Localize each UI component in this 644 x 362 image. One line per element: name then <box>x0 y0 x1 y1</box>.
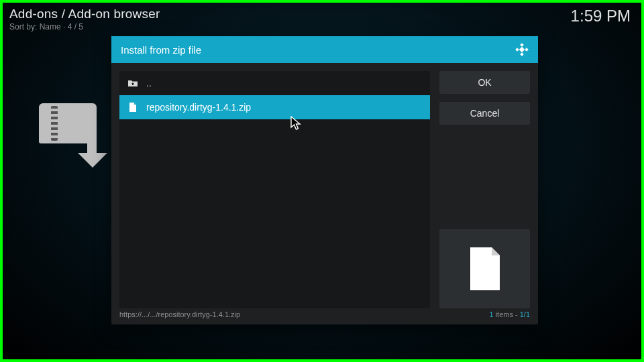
clock: 1:59 PM <box>571 7 631 25</box>
file-row-label: repository.dirtyg-1.4.1.zip <box>146 102 251 113</box>
svg-rect-0 <box>520 43 524 47</box>
svg-rect-2 <box>525 48 529 52</box>
document-icon <box>468 247 502 290</box>
dialog-title: Install from zip file <box>121 44 201 56</box>
file-list[interactable]: .. repository.dirtyg-1.4.1.zip <box>119 71 430 308</box>
file-icon <box>127 103 138 112</box>
status-bar: https://.../.../repository.dirtyg-1.4.1.… <box>119 308 530 320</box>
parent-directory-row[interactable]: .. <box>119 71 430 95</box>
app-window: Add-ons / Add-on browser Sort by: Name ·… <box>3 3 641 359</box>
kodi-logo-icon <box>515 43 529 56</box>
svg-rect-4 <box>519 47 525 52</box>
sort-line: Sort by: Name · 4 / 5 <box>9 22 160 32</box>
status-count: 1 items - 1/1 <box>489 310 530 318</box>
folder-up-icon <box>127 78 138 88</box>
preview-thumbnail <box>439 229 530 308</box>
ok-button[interactable]: OK <box>439 71 530 94</box>
file-row[interactable]: repository.dirtyg-1.4.1.zip <box>119 95 430 119</box>
header: Add-ons / Add-on browser Sort by: Name ·… <box>9 7 160 32</box>
zip-file-icon <box>39 103 106 170</box>
install-from-zip-dialog: Install from zip file <box>111 36 538 324</box>
dialog-side-panel: OK Cancel <box>439 71 530 308</box>
parent-directory-label: .. <box>146 78 152 88</box>
breadcrumb: Add-ons / Add-on browser <box>9 7 160 21</box>
dialog-titlebar: Install from zip file <box>111 36 538 63</box>
svg-rect-1 <box>515 48 519 52</box>
svg-rect-3 <box>520 52 524 56</box>
status-path: https://.../.../repository.dirtyg-1.4.1.… <box>119 310 240 318</box>
cancel-button[interactable]: Cancel <box>439 102 530 125</box>
